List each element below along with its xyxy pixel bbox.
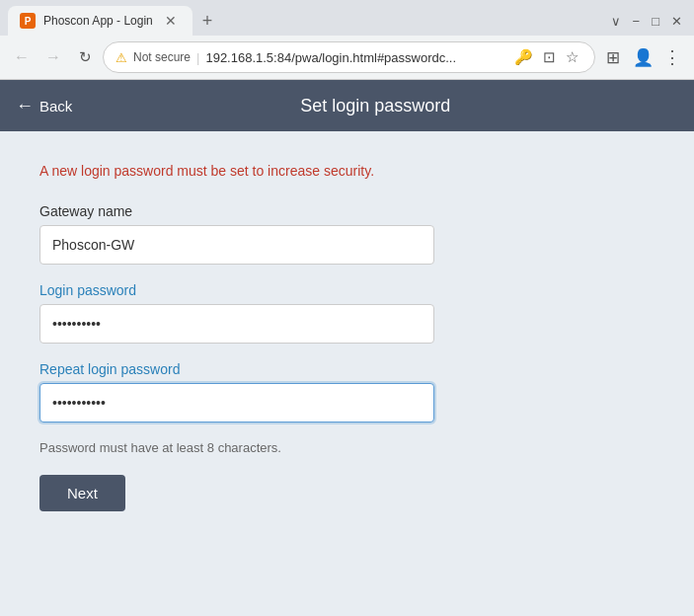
address-bar[interactable]: ⚠ Not secure | 192.168.1.5:84/pwa/login.… xyxy=(103,41,595,73)
address-bar-icons: 🔑 ⊡ ☆ xyxy=(510,46,582,68)
browser-chrome: P Phoscon App - Login ✕ + ∨ − □ ✕ ← → ↻ … xyxy=(0,0,694,80)
repeat-password-label: Repeat login password xyxy=(39,361,655,377)
repeat-password-field-group: Repeat login password xyxy=(39,361,655,423)
profile-button[interactable]: 👤 xyxy=(629,43,656,71)
forward-nav-icon: → xyxy=(45,48,61,66)
address-bar-row: ← → ↻ ⚠ Not secure | 192.168.1.5:84/pwa/… xyxy=(0,36,694,79)
back-nav-button[interactable]: ← xyxy=(8,43,36,71)
toolbar-icons: ⊞ 👤 ⋮ xyxy=(599,43,686,71)
main-content: A new login password must be set to incr… xyxy=(0,131,694,541)
login-password-input[interactable] xyxy=(39,304,434,344)
window-maximize-button[interactable]: □ xyxy=(652,14,659,29)
password-hint-text: Password must have at least 8 characters… xyxy=(39,440,655,455)
back-arrow-icon: ← xyxy=(16,96,34,116)
window-minimize-button[interactable]: − xyxy=(633,14,641,29)
page-title: Set login password xyxy=(72,96,678,116)
login-password-label: Login password xyxy=(39,282,655,298)
login-password-field-group: Login password xyxy=(39,282,655,344)
url-text: 192.168.1.5:84/pwa/login.html#passwordc.… xyxy=(205,50,456,65)
tab-title: Phoscon App - Login xyxy=(43,14,153,28)
next-button[interactable]: Next xyxy=(39,475,125,511)
browser-tab[interactable]: P Phoscon App - Login ✕ xyxy=(8,6,193,36)
back-button[interactable]: ← Back xyxy=(16,96,72,116)
tab-close-button[interactable]: ✕ xyxy=(161,11,181,31)
gateway-name-field-group: Gateway name xyxy=(39,203,655,265)
title-bar: P Phoscon App - Login ✕ + ∨ − □ ✕ xyxy=(0,0,694,36)
repeat-password-input[interactable] xyxy=(39,383,434,423)
intro-text: A new login password must be set to incr… xyxy=(39,161,655,182)
star-icon[interactable]: ☆ xyxy=(562,46,582,68)
gateway-name-label: Gateway name xyxy=(39,203,655,219)
key-icon: 🔑 xyxy=(510,46,537,68)
forward-nav-button[interactable]: → xyxy=(39,43,67,71)
not-secure-label: Not secure xyxy=(133,50,191,64)
window-controls: ∨ − □ ✕ xyxy=(611,14,686,29)
new-tab-button[interactable]: + xyxy=(196,9,219,34)
back-label: Back xyxy=(39,98,72,115)
refresh-icon: ↻ xyxy=(79,48,92,66)
extensions-button[interactable]: ⊞ xyxy=(599,43,627,71)
window-minimize-button[interactable]: ∨ xyxy=(611,14,621,29)
window-close-button[interactable]: ✕ xyxy=(671,14,682,29)
intro-text-content: A new login password must be set to incr… xyxy=(39,163,374,179)
app-header: ← Back Set login password xyxy=(0,80,694,131)
security-warning-icon: ⚠ xyxy=(116,50,127,65)
tab-favicon: P xyxy=(20,13,36,29)
share-icon[interactable]: ⊡ xyxy=(539,46,560,68)
address-divider: | xyxy=(196,50,199,65)
back-nav-icon: ← xyxy=(14,48,30,66)
gateway-name-input[interactable] xyxy=(39,225,434,265)
menu-button[interactable]: ⋮ xyxy=(658,43,686,71)
refresh-button[interactable]: ↻ xyxy=(71,43,99,71)
